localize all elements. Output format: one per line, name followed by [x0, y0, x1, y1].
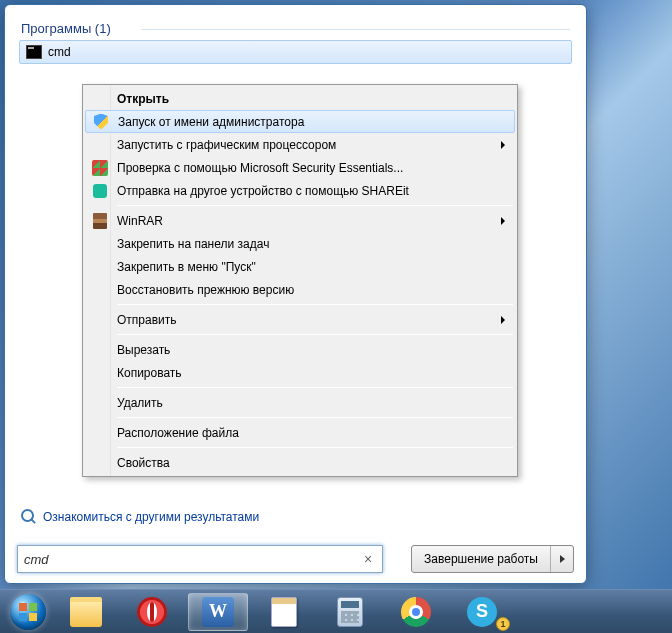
shield-icon: [94, 114, 108, 130]
menu-item[interactable]: Свойства: [85, 451, 515, 474]
opera-icon: [137, 597, 167, 627]
chevron-right-icon: [501, 316, 505, 324]
search-icon: [21, 509, 37, 525]
winrar-icon: [93, 213, 107, 229]
menu-item[interactable]: Открыть: [85, 87, 515, 110]
menu-item[interactable]: WinRAR: [85, 209, 515, 232]
folder-icon: [70, 597, 102, 627]
menu-separator: [117, 387, 513, 388]
menu-item[interactable]: Отправка на другое устройство с помощью …: [85, 179, 515, 202]
see-more-results-link[interactable]: Ознакомиться с другими результатами: [21, 509, 259, 525]
shutdown-button[interactable]: Завершение работы: [411, 545, 574, 573]
context-menu: ОткрытьЗапуск от имени администратораЗап…: [82, 84, 518, 477]
start-footer: × Завершение работы: [17, 545, 574, 573]
menu-item[interactable]: Вырезать: [85, 338, 515, 361]
chevron-right-icon: [501, 217, 505, 225]
search-result-cmd[interactable]: cmd: [19, 40, 572, 64]
menu-separator: [117, 334, 513, 335]
menu-item[interactable]: Восстановить прежнюю версию: [85, 278, 515, 301]
taskbar-calculator[interactable]: [320, 593, 380, 631]
menu-item[interactable]: Отправить: [85, 308, 515, 331]
menu-item-label: Запустить с графическим процессором: [117, 138, 336, 152]
menu-item-label: Удалить: [117, 396, 163, 410]
menu-item-label: Вырезать: [117, 343, 170, 357]
menu-item[interactable]: Закрепить на панели задач: [85, 232, 515, 255]
menu-item-label: Свойства: [117, 456, 170, 470]
menu-item-label: Проверка с помощью Microsoft Security Es…: [117, 161, 403, 175]
windows-orb-icon: [10, 594, 46, 630]
section-header-programs: Программы (1): [21, 21, 570, 36]
menu-item[interactable]: Запуск от имени администратора: [85, 110, 515, 133]
menu-item[interactable]: Удалить: [85, 391, 515, 414]
see-more-label: Ознакомиться с другими результатами: [43, 510, 259, 524]
security-essentials-icon: [92, 160, 108, 176]
menu-item-label: Восстановить прежнюю версию: [117, 283, 294, 297]
shutdown-options-arrow[interactable]: [551, 546, 573, 572]
menu-item[interactable]: Закрепить в меню "Пуск": [85, 255, 515, 278]
menu-item-label: WinRAR: [117, 214, 163, 228]
menu-item-label: Открыть: [117, 92, 169, 106]
menu-item-label: Запуск от имени администратора: [118, 115, 304, 129]
search-box[interactable]: ×: [17, 545, 383, 573]
clear-search-icon[interactable]: ×: [360, 551, 376, 567]
taskbar-skype[interactable]: S 1: [452, 593, 512, 631]
menu-item[interactable]: Копировать: [85, 361, 515, 384]
taskbar-word[interactable]: W: [188, 593, 248, 631]
menu-separator: [117, 205, 513, 206]
menu-separator: [117, 417, 513, 418]
calculator-icon: [337, 597, 363, 627]
notification-badge: 1: [496, 617, 510, 631]
menu-item-label: Закрепить на панели задач: [117, 237, 269, 251]
word-icon: W: [202, 597, 234, 627]
skype-icon: S: [467, 597, 497, 627]
taskbar-opera[interactable]: [122, 593, 182, 631]
cmd-icon: [26, 45, 42, 59]
taskbar: W S 1: [0, 589, 672, 633]
chevron-right-icon: [560, 555, 565, 563]
chevron-right-icon: [501, 141, 505, 149]
menu-separator: [117, 304, 513, 305]
menu-item[interactable]: Запустить с графическим процессором: [85, 133, 515, 156]
menu-item[interactable]: Расположение файла: [85, 421, 515, 444]
menu-separator: [117, 447, 513, 448]
search-input[interactable]: [24, 552, 360, 567]
start-button[interactable]: [6, 592, 50, 632]
menu-item-label: Закрепить в меню "Пуск": [117, 260, 256, 274]
taskbar-chrome[interactable]: [386, 593, 446, 631]
menu-item-label: Отправка на другое устройство с помощью …: [117, 184, 409, 198]
menu-item-label: Копировать: [117, 366, 182, 380]
search-result-label: cmd: [48, 45, 71, 59]
menu-item-label: Отправить: [117, 313, 177, 327]
menu-item-label: Расположение файла: [117, 426, 239, 440]
shareit-icon: [93, 184, 107, 198]
chrome-icon: [401, 597, 431, 627]
shutdown-label[interactable]: Завершение работы: [412, 546, 551, 572]
taskbar-explorer[interactable]: [56, 593, 116, 631]
taskbar-notepad[interactable]: [254, 593, 314, 631]
menu-item[interactable]: Проверка с помощью Microsoft Security Es…: [85, 156, 515, 179]
notepad-icon: [271, 597, 297, 627]
